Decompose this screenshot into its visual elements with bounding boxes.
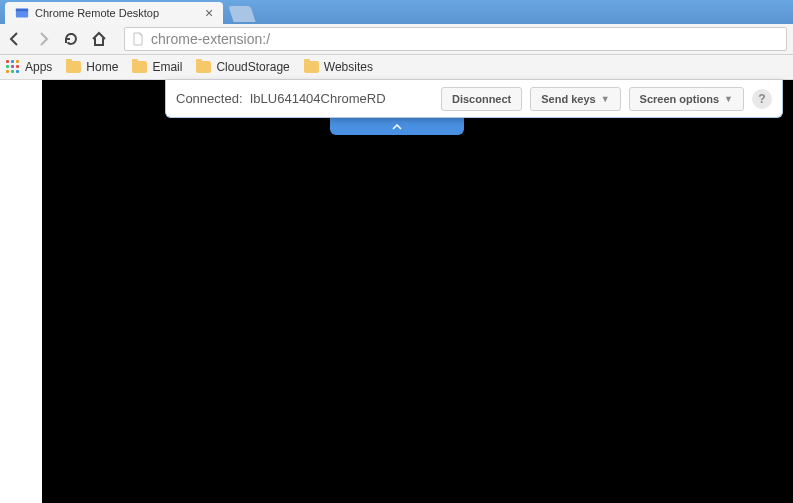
navigation-toolbar bbox=[0, 24, 793, 55]
forward-button[interactable] bbox=[34, 30, 52, 48]
chevron-down-icon: ▼ bbox=[724, 94, 733, 104]
svg-rect-1 bbox=[16, 9, 28, 12]
back-button[interactable] bbox=[6, 30, 24, 48]
folder-icon bbox=[132, 61, 147, 73]
tab-close-icon[interactable]: × bbox=[205, 5, 213, 21]
chevron-up-icon bbox=[392, 124, 402, 130]
bookmark-label: CloudStorage bbox=[216, 60, 289, 74]
bookmark-label: Home bbox=[86, 60, 118, 74]
connection-status-text: Connected: IbLU641404ChromeRD bbox=[176, 91, 433, 106]
folder-icon bbox=[66, 61, 81, 73]
bookmark-websites[interactable]: Websites bbox=[304, 60, 373, 74]
help-button[interactable]: ? bbox=[752, 89, 772, 109]
page-content: Connected: IbLU641404ChromeRD Disconnect… bbox=[0, 80, 793, 503]
tab-favicon-icon bbox=[15, 6, 29, 20]
bookmark-label: Email bbox=[152, 60, 182, 74]
send-keys-label: Send keys bbox=[541, 93, 595, 105]
browser-tab-strip: Chrome Remote Desktop × bbox=[0, 0, 793, 24]
bookmark-home[interactable]: Home bbox=[66, 60, 118, 74]
send-keys-button[interactable]: Send keys ▼ bbox=[530, 87, 620, 111]
connection-toolbar: Connected: IbLU641404ChromeRD Disconnect… bbox=[165, 80, 783, 118]
url-input[interactable] bbox=[151, 31, 780, 47]
folder-icon bbox=[304, 61, 319, 73]
bookmark-label: Websites bbox=[324, 60, 373, 74]
apps-label: Apps bbox=[25, 60, 52, 74]
new-tab-button[interactable] bbox=[229, 6, 256, 22]
disconnect-button[interactable]: Disconnect bbox=[441, 87, 522, 111]
toolbar-collapse-handle[interactable] bbox=[330, 118, 464, 135]
bookmark-cloudstorage[interactable]: CloudStorage bbox=[196, 60, 289, 74]
home-button[interactable] bbox=[90, 30, 108, 48]
address-bar[interactable] bbox=[124, 27, 787, 51]
bookmark-email[interactable]: Email bbox=[132, 60, 182, 74]
browser-tab-active[interactable]: Chrome Remote Desktop × bbox=[5, 2, 223, 24]
screen-options-button[interactable]: Screen options ▼ bbox=[629, 87, 744, 111]
apps-grid-icon bbox=[6, 60, 20, 74]
apps-button[interactable]: Apps bbox=[6, 60, 52, 74]
screen-options-label: Screen options bbox=[640, 93, 719, 105]
tab-title: Chrome Remote Desktop bbox=[35, 7, 159, 19]
folder-icon bbox=[196, 61, 211, 73]
reload-button[interactable] bbox=[62, 30, 80, 48]
bookmarks-bar: Apps Home Email CloudStorage Websites bbox=[0, 55, 793, 80]
page-icon bbox=[131, 32, 145, 46]
chevron-down-icon: ▼ bbox=[601, 94, 610, 104]
remote-desktop-view[interactable] bbox=[42, 80, 793, 503]
disconnect-label: Disconnect bbox=[452, 93, 511, 105]
